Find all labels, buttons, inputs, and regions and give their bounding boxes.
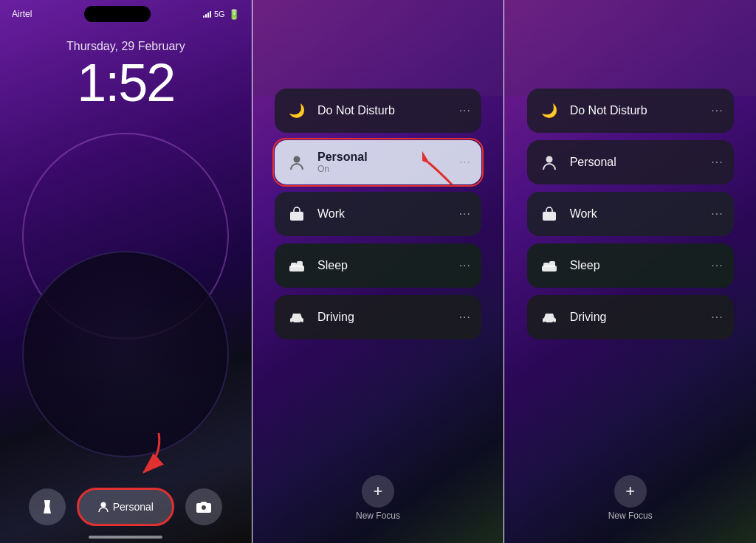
battery-icon: 🔋	[228, 9, 240, 20]
personal-row-3[interactable]: Personal ···	[527, 140, 734, 184]
svg-rect-18	[543, 263, 549, 267]
personal-label-3: Personal	[570, 156, 703, 169]
status-bar: Airtel 5G 🔋	[0, 0, 252, 25]
arrow-indicator-1	[129, 429, 170, 484]
network-label: 5G	[214, 10, 225, 18]
work-icon	[285, 202, 309, 226]
carrier-label: Airtel	[12, 9, 32, 19]
lock-time: 1:52	[0, 56, 252, 109]
sleep-icon-3	[537, 254, 561, 277]
status-icons: 5G 🔋	[203, 9, 240, 20]
lock-screen-panel: Airtel 5G 🔋 Thursday, 29 February 1:52	[0, 0, 252, 543]
signal-icon	[203, 10, 211, 18]
svg-point-13	[300, 322, 302, 324]
home-indicator	[89, 536, 162, 539]
driving-label-3: Driving	[570, 311, 703, 324]
sleep-label-3: Sleep	[570, 259, 703, 272]
personal-dots-3[interactable]: ···	[711, 156, 723, 169]
svg-point-21	[544, 322, 546, 324]
work-icon-3	[537, 202, 561, 226]
new-focus-label-3: New Focus	[608, 511, 653, 521]
dnd-dots[interactable]: ···	[459, 104, 471, 117]
work-dots[interactable]: ···	[459, 207, 471, 221]
driving-row[interactable]: Driving ···	[275, 295, 481, 339]
focus-panel-2: 🌙 Do Not Disturb ··· Personal On ···	[252, 0, 504, 543]
car-icon-3	[537, 305, 561, 329]
person-icon	[285, 151, 309, 174]
driving-label: Driving	[317, 311, 450, 324]
work-dots-3[interactable]: ···	[711, 207, 723, 221]
sleep-dots-3[interactable]: ···	[711, 259, 723, 272]
focus-menu-panel-active: 🌙 Do Not Disturb ··· Personal On ···	[252, 0, 504, 543]
dnd-dots-3[interactable]: ···	[711, 104, 723, 117]
dnd-row[interactable]: 🌙 Do Not Disturb ···	[275, 89, 481, 133]
focus-menu-panel-default: 🌙 Do Not Disturb ··· Personal ···	[504, 0, 756, 543]
flashlight-button[interactable]	[29, 488, 66, 525]
personal-focus-button[interactable]: Personal	[78, 488, 173, 525]
sleep-row[interactable]: Sleep ···	[275, 243, 481, 288]
dnd-label-3: Do Not Disturb	[570, 104, 703, 117]
personal-dots[interactable]: ···	[459, 156, 471, 169]
work-row[interactable]: Work ···	[275, 192, 481, 236]
sleep-row-3[interactable]: Sleep ···	[527, 243, 734, 288]
sleep-label: Sleep	[317, 259, 450, 272]
sleep-icon	[285, 254, 309, 277]
sleep-dots[interactable]: ···	[459, 259, 471, 272]
lock-bottom-controls: Personal	[0, 488, 252, 525]
car-icon	[285, 305, 309, 329]
person-icon-3	[537, 151, 561, 174]
moon-icon-3: 🌙	[537, 99, 561, 122]
arrow-indicator-2	[422, 148, 459, 195]
svg-rect-16	[547, 210, 551, 212]
dnd-row-3[interactable]: 🌙 Do Not Disturb ···	[527, 89, 734, 133]
svg-rect-6	[290, 212, 303, 221]
work-label-3: Work	[570, 207, 703, 221]
lock-date: Thursday, 29 February	[0, 40, 252, 53]
svg-point-14	[546, 156, 552, 163]
svg-rect-9	[291, 263, 297, 267]
new-focus-button[interactable]: +	[362, 475, 394, 508]
svg-rect-1	[45, 506, 49, 508]
svg-point-3	[202, 505, 207, 511]
driving-dots[interactable]: ···	[459, 311, 471, 324]
circle-bottom-deco	[22, 251, 229, 457]
new-focus-button-3[interactable]: +	[614, 475, 647, 508]
svg-point-12	[292, 322, 294, 324]
new-focus-label: New Focus	[356, 511, 400, 521]
moon-icon: 🌙	[285, 99, 309, 122]
dnd-label: Do Not Disturb	[317, 104, 450, 117]
svg-rect-19	[549, 261, 555, 267]
dynamic-island	[84, 6, 151, 22]
driving-row-3[interactable]: Driving ···	[527, 295, 734, 339]
focus-panel-3: 🌙 Do Not Disturb ··· Personal ···	[504, 0, 756, 543]
red-highlight-box	[77, 488, 174, 526]
svg-rect-15	[543, 212, 556, 221]
svg-point-5	[294, 156, 300, 163]
camera-button[interactable]	[185, 488, 222, 525]
work-label: Work	[317, 207, 450, 221]
work-row-3[interactable]: Work ···	[527, 192, 734, 236]
svg-point-22	[552, 322, 554, 324]
svg-rect-10	[297, 261, 303, 267]
svg-rect-7	[295, 210, 299, 212]
driving-dots-3[interactable]: ···	[711, 311, 723, 324]
